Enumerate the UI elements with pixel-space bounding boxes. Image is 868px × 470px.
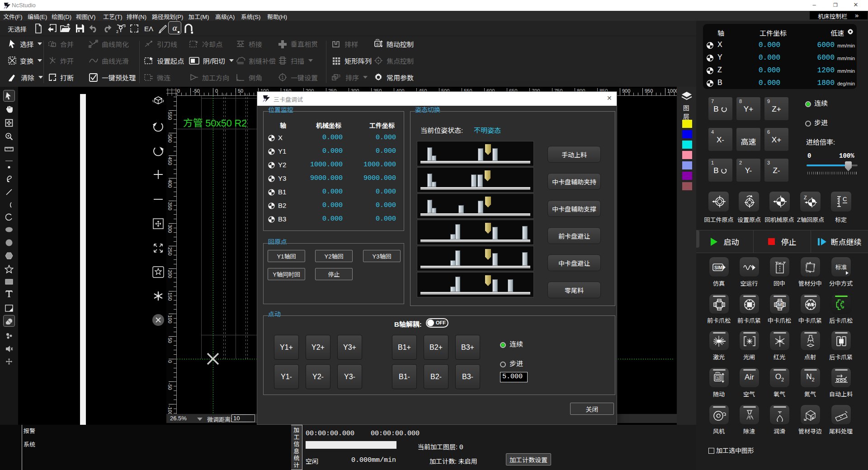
svg-text:3: 3 [123,24,126,28]
svg-text:SIM: SIM [714,265,722,270]
svg-text:M: M [778,302,782,307]
svg-text:3: 3 [338,74,340,78]
svg-text:C: C [843,196,847,202]
svg-text:1: 1 [281,75,284,80]
svg-text:2: 2 [116,29,118,34]
svg-text:M: M [808,302,812,307]
svg-text:Z: Z [804,195,807,200]
svg-text:S: S [376,42,379,47]
svg-text:S: S [717,376,719,381]
